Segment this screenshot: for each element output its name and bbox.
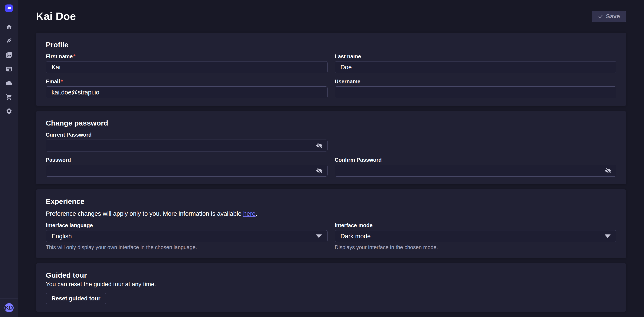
- interface-mode-hint: Displays your interface in the chosen mo…: [335, 244, 616, 250]
- home-icon: [6, 24, 12, 30]
- sidebar-item-marketplace[interactable]: [0, 90, 18, 104]
- email-label: Email*: [46, 78, 328, 85]
- interface-language-field: Interface language English This will onl…: [46, 222, 328, 250]
- interface-mode-field: Interface mode Dark mode Displays your i…: [335, 222, 616, 250]
- username-label: Username: [335, 78, 616, 85]
- guided-tour-card: Guided tour You can reset the guided tou…: [36, 263, 626, 312]
- first-name-field: First name*: [46, 53, 328, 73]
- sidebar-footer: KD: [0, 298, 18, 317]
- interface-language-hint: This will only display your own interfac…: [46, 244, 328, 250]
- cart-icon: [6, 94, 12, 100]
- sidebar-item-content-manager[interactable]: [0, 34, 18, 48]
- sidebar-nav: [0, 16, 18, 118]
- main-content: Kai Doe Save Profile First name* Las: [18, 0, 644, 317]
- eye-off-icon: [604, 167, 612, 174]
- profile-card: Profile First name* Last name Email*: [36, 33, 626, 106]
- toggle-confirm-password-visibility[interactable]: [604, 167, 612, 174]
- last-name-input[interactable]: [335, 61, 616, 73]
- current-password-label: Current Password: [46, 131, 328, 138]
- profile-card-title: Profile: [46, 40, 616, 49]
- save-button[interactable]: Save: [592, 11, 626, 22]
- interface-language-select[interactable]: English: [46, 230, 328, 242]
- interface-mode-select[interactable]: Dark mode: [335, 230, 616, 242]
- confirm-password-label: Confirm Password: [335, 157, 616, 163]
- gear-icon: [6, 108, 12, 114]
- new-password-field: Password: [46, 157, 328, 177]
- email-field: Email*: [46, 78, 328, 98]
- eye-off-icon: [316, 167, 323, 174]
- strapi-logo-icon: [6, 5, 12, 11]
- strapi-logo[interactable]: [5, 4, 13, 12]
- images-icon: [6, 52, 12, 58]
- password-grid-empty-cell: [335, 131, 616, 151]
- confirm-password-field: Confirm Password: [335, 157, 616, 177]
- change-password-title: Change password: [46, 119, 616, 127]
- required-mark: *: [61, 78, 63, 84]
- toggle-new-password-visibility[interactable]: [316, 167, 323, 174]
- reset-guided-tour-button[interactable]: Reset guided tour: [46, 293, 106, 304]
- password-grid: Current Password: [46, 131, 616, 177]
- email-input[interactable]: [46, 86, 328, 98]
- page-header: Kai Doe Save: [36, 0, 626, 22]
- new-password-label: Password: [46, 157, 328, 163]
- guided-tour-title: Guided tour: [46, 271, 616, 279]
- page-title: Kai Doe: [36, 10, 76, 22]
- experience-description: Preference changes will apply only to yo…: [46, 210, 616, 217]
- first-name-label: First name*: [46, 53, 328, 59]
- user-avatar[interactable]: KD: [4, 303, 14, 312]
- required-mark: *: [73, 53, 76, 59]
- main-sidebar: KD: [0, 0, 18, 317]
- save-button-label: Save: [606, 13, 620, 20]
- interface-language-label: Interface language: [46, 222, 328, 229]
- interface-language-value: English: [52, 233, 72, 240]
- username-input[interactable]: [335, 86, 616, 98]
- current-password-input[interactable]: [46, 140, 328, 151]
- chevron-down-icon: [604, 235, 610, 238]
- last-name-label: Last name: [335, 53, 616, 59]
- sidebar-item-media-library[interactable]: [0, 48, 18, 62]
- change-password-card: Change password Current Password: [36, 111, 626, 184]
- interface-mode-label: Interface mode: [335, 222, 616, 229]
- profile-grid: First name* Last name Email* Username: [46, 53, 616, 98]
- sidebar-item-settings[interactable]: [0, 104, 18, 118]
- experience-grid: Interface language English This will onl…: [46, 222, 616, 250]
- chevron-down-icon: [316, 235, 322, 238]
- last-name-field: Last name: [335, 53, 616, 73]
- settings-cards: Profile First name* Last name Email*: [36, 33, 626, 312]
- cloud-icon: [6, 80, 12, 86]
- toggle-current-password-visibility[interactable]: [316, 142, 323, 149]
- experience-card-title: Experience: [46, 197, 616, 206]
- sidebar-item-home[interactable]: [0, 20, 18, 34]
- new-password-input[interactable]: [46, 165, 328, 177]
- confirm-password-input[interactable]: [335, 165, 616, 177]
- experience-card: Experience Preference changes will apply…: [36, 189, 626, 258]
- sidebar-item-content-type-builder[interactable]: [0, 62, 18, 76]
- strapi-admin: KD Kai Doe Save Profile First name*: [0, 0, 644, 317]
- feather-icon: [6, 38, 12, 44]
- more-info-link[interactable]: here: [243, 210, 256, 217]
- layout-icon: [6, 66, 12, 72]
- guided-tour-description: You can reset the guided tour at any tim…: [46, 281, 616, 288]
- eye-off-icon: [316, 142, 323, 149]
- current-password-field: Current Password: [46, 131, 328, 151]
- first-name-input[interactable]: [46, 61, 328, 73]
- interface-mode-value: Dark mode: [340, 233, 371, 240]
- username-field: Username: [335, 78, 616, 98]
- sidebar-item-deploy[interactable]: [0, 76, 18, 90]
- check-icon: [598, 14, 603, 19]
